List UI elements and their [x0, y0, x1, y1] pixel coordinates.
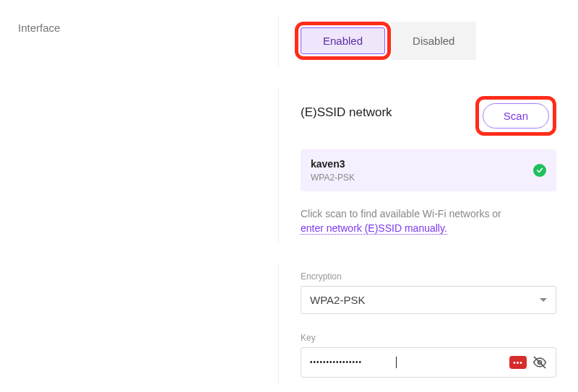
selected-network[interactable]: kaven3 WPA2-PSK	[301, 149, 556, 191]
key-value: ••••••••••••••••	[310, 357, 397, 368]
key-input[interactable]: •••••••••••••••• •••	[301, 347, 556, 378]
key-label: Key	[301, 333, 556, 343]
check-icon	[533, 164, 546, 177]
ssid-title: (E)SSID network	[301, 105, 392, 120]
interface-label: Interface	[18, 22, 60, 34]
encryption-label: Encryption	[301, 271, 556, 282]
encryption-value: WPA2-PSK	[310, 294, 365, 306]
interface-toggle: Enabled Disabled	[295, 22, 556, 60]
selected-network-name: kaven3	[311, 158, 355, 170]
selected-network-encryption: WPA2-PSK	[311, 173, 355, 183]
highlight-enabled: Enabled	[295, 22, 391, 60]
enter-ssid-manually-link[interactable]: enter network (E)SSID manually.	[301, 222, 447, 235]
eye-off-icon[interactable]	[532, 355, 547, 370]
disabled-button[interactable]: Disabled	[391, 22, 476, 60]
chevron-down-icon	[540, 298, 547, 302]
scan-button[interactable]: Scan	[483, 103, 549, 129]
encryption-select[interactable]: WPA2-PSK	[301, 286, 556, 314]
password-manager-icon[interactable]: •••	[509, 356, 527, 369]
enabled-button[interactable]: Enabled	[301, 27, 385, 54]
highlight-scan: Scan	[475, 96, 556, 136]
ssid-hint: Click scan to find available Wi-Fi netwo…	[301, 207, 556, 235]
